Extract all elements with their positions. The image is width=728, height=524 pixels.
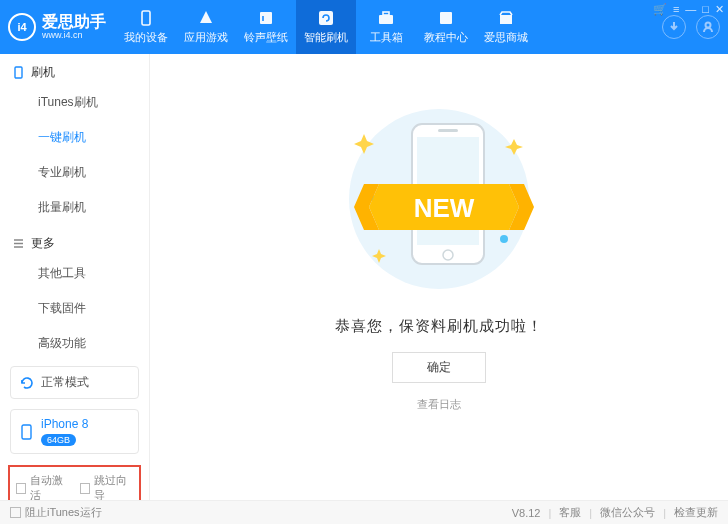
sidebar-item-advanced[interactable]: 高级功能 [0, 326, 149, 361]
mode-label: 正常模式 [41, 374, 89, 391]
main-panel: NEW 恭喜您，保资料刷机成功啦！ 确定 查看日志 [150, 54, 728, 500]
banner-text: NEW [414, 193, 475, 223]
footer-link-update[interactable]: 检查更新 [674, 505, 718, 520]
checkbox-icon [80, 483, 90, 494]
cart-icon[interactable]: 🛒 [653, 3, 667, 16]
app-header: 🛒 ≡ — □ ✕ i4 爱思助手 www.i4.cn 我的设备 应用游戏 铃声… [0, 0, 728, 54]
device-storage-badge: 64GB [41, 434, 76, 446]
svg-rect-4 [383, 12, 389, 15]
checkbox-icon [16, 483, 26, 494]
top-nav: 我的设备 应用游戏 铃声壁纸 智能刷机 工具箱 教程中心 爱思商城 [116, 0, 536, 54]
version-label: V8.12 [512, 507, 541, 519]
apps-icon [197, 9, 215, 27]
svg-rect-2 [319, 11, 333, 25]
brand-url: www.i4.cn [42, 30, 106, 40]
brand-name: 爱思助手 [42, 14, 106, 30]
tab-smart-flash[interactable]: 智能刷机 [296, 0, 356, 54]
refresh-icon [317, 9, 335, 27]
minimize-icon[interactable]: — [685, 3, 696, 16]
svg-rect-9 [22, 425, 31, 439]
app-logo: i4 爱思助手 www.i4.cn [8, 13, 106, 41]
device-box[interactable]: iPhone 8 64GB [10, 409, 139, 454]
success-illustration: NEW [304, 89, 574, 299]
sidebar-group-more: 更多 [0, 225, 149, 256]
device-icon [137, 9, 155, 27]
account-button[interactable] [696, 15, 720, 39]
svg-rect-0 [142, 11, 150, 25]
svg-rect-8 [15, 67, 22, 78]
sidebar: 刷机 iTunes刷机 一键刷机 专业刷机 批量刷机 更多 其他工具 下载固件 … [0, 54, 150, 500]
checkbox-label: 阻止iTunes运行 [25, 505, 102, 520]
tab-label: 应用游戏 [184, 30, 228, 45]
status-bar: 阻止iTunes运行 V8.12 | 客服 | 微信公众号 | 检查更新 [0, 500, 728, 524]
checkbox-label: 自动激活 [30, 473, 69, 503]
tab-label: 智能刷机 [304, 30, 348, 45]
sidebar-item-itunes-flash[interactable]: iTunes刷机 [0, 85, 149, 120]
svg-point-7 [706, 23, 711, 28]
window-controls: 🛒 ≡ — □ ✕ [653, 3, 724, 16]
download-button[interactable] [662, 15, 686, 39]
svg-rect-19 [438, 129, 458, 132]
sidebar-item-onekey-flash[interactable]: 一键刷机 [0, 120, 149, 155]
store-icon [497, 9, 515, 27]
group-title: 刷机 [31, 64, 55, 81]
close-icon[interactable]: ✕ [715, 3, 724, 16]
block-itunes-checkbox[interactable]: 阻止iTunes运行 [10, 505, 102, 520]
group-title: 更多 [31, 235, 55, 252]
checkbox-icon [10, 507, 21, 518]
svg-rect-6 [500, 15, 512, 24]
footer-link-support[interactable]: 客服 [559, 505, 581, 520]
svg-rect-1 [260, 12, 272, 24]
tab-label: 爱思商城 [484, 30, 528, 45]
sidebar-group-flash: 刷机 [0, 54, 149, 85]
sidebar-item-other-tools[interactable]: 其他工具 [0, 256, 149, 291]
tab-store[interactable]: 爱思商城 [476, 0, 536, 54]
tab-label: 铃声壁纸 [244, 30, 288, 45]
logo-icon: i4 [8, 13, 36, 41]
settings-icon[interactable]: ≡ [673, 3, 679, 16]
tab-label: 我的设备 [124, 30, 168, 45]
checkbox-label: 跳过向导 [94, 473, 133, 503]
skip-guide-checkbox[interactable]: 跳过向导 [80, 473, 134, 503]
footer-link-wechat[interactable]: 微信公众号 [600, 505, 655, 520]
phone-icon [12, 66, 25, 79]
auto-activate-checkbox[interactable]: 自动激活 [16, 473, 70, 503]
refresh-icon [19, 375, 35, 391]
menu-icon [12, 237, 25, 250]
tab-tutorials[interactable]: 教程中心 [416, 0, 476, 54]
view-log-link[interactable]: 查看日志 [417, 397, 461, 412]
device-name: iPhone 8 [41, 417, 88, 431]
app-body: 刷机 iTunes刷机 一键刷机 专业刷机 批量刷机 更多 其他工具 下载固件 … [0, 54, 728, 500]
tab-wallpapers[interactable]: 铃声壁纸 [236, 0, 296, 54]
tab-label: 教程中心 [424, 30, 468, 45]
download-icon [668, 21, 680, 33]
sidebar-item-download-firmware[interactable]: 下载固件 [0, 291, 149, 326]
confirm-button[interactable]: 确定 [392, 352, 486, 383]
tab-my-device[interactable]: 我的设备 [116, 0, 176, 54]
toolbox-icon [377, 9, 395, 27]
tab-label: 工具箱 [370, 30, 403, 45]
note-icon [257, 9, 275, 27]
maximize-icon[interactable]: □ [702, 3, 709, 16]
sidebar-item-batch-flash[interactable]: 批量刷机 [0, 190, 149, 225]
book-icon [437, 9, 455, 27]
header-right [662, 15, 720, 39]
success-message: 恭喜您，保资料刷机成功啦！ [335, 317, 543, 336]
tab-toolbox[interactable]: 工具箱 [356, 0, 416, 54]
svg-rect-5 [440, 12, 452, 24]
svg-rect-3 [379, 15, 393, 24]
device-icon [19, 424, 35, 440]
user-icon [702, 21, 714, 33]
mode-box[interactable]: 正常模式 [10, 366, 139, 399]
sidebar-item-pro-flash[interactable]: 专业刷机 [0, 155, 149, 190]
tab-apps[interactable]: 应用游戏 [176, 0, 236, 54]
svg-point-14 [500, 235, 508, 243]
